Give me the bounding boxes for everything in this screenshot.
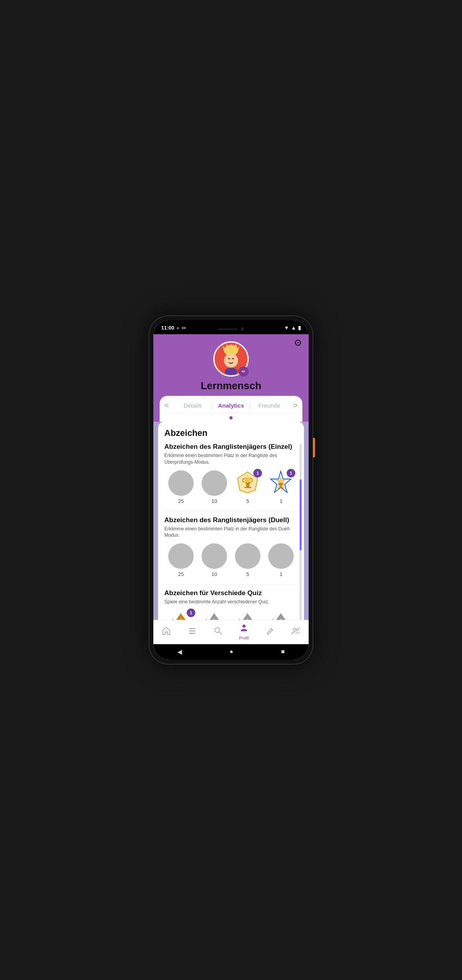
battery-icon: ▮	[298, 325, 301, 331]
badge-circle-d10	[202, 543, 227, 569]
svg-rect-35	[189, 630, 195, 632]
mountain-gray-2-icon	[235, 610, 260, 620]
badge-group-duell-desc: Erklimme einen bestimmten Platz in der R…	[164, 526, 298, 539]
badge-circle-1-star: 1	[268, 470, 294, 496]
badge-item: 10	[202, 470, 227, 504]
svg-point-42	[296, 628, 299, 631]
tabs-container: < Details Analytics Freunde >	[160, 396, 302, 422]
badge-group-quiz-title: Abzeichen für Verschiede Quiz	[164, 589, 298, 597]
badge-circle-10	[202, 470, 227, 496]
svg-rect-17	[278, 488, 284, 488]
tab-active-dot	[229, 416, 233, 419]
svg-rect-34	[189, 628, 195, 629]
header-area: ⚙	[153, 334, 309, 422]
sd-icon: ▭	[182, 325, 186, 330]
mountain-gray-1-container	[202, 610, 227, 620]
badge-circle-d5	[235, 543, 260, 569]
badge-count-5: 1	[253, 469, 262, 477]
svg-marker-20	[168, 619, 178, 620]
scroll-thumb[interactable]	[300, 479, 302, 550]
badges-row-einzel: 25 10	[164, 470, 298, 504]
svg-line-38	[219, 632, 222, 634]
badge-group-quiz: Abzeichen für Verschiede Quiz Spiele ein…	[164, 589, 298, 620]
nav-edit[interactable]	[257, 627, 283, 638]
badge-item	[235, 610, 260, 620]
scroll-track[interactable]	[300, 444, 302, 620]
nav-home[interactable]	[153, 627, 179, 638]
section-title: Abzeichen	[164, 428, 298, 438]
signal-icon: ▲	[291, 325, 296, 331]
tab-right-arrow[interactable]: >	[288, 401, 302, 410]
svg-rect-36	[189, 633, 195, 634]
badge-label-d1: 1	[280, 571, 282, 577]
svg-text:✦: ✦	[246, 474, 249, 477]
tab-details[interactable]: Details	[174, 401, 212, 410]
profile-icon	[240, 623, 248, 634]
badge-item	[202, 610, 227, 620]
svg-rect-11	[246, 484, 249, 487]
badge-label-1: 1	[280, 498, 282, 504]
badge-circle-d1	[268, 543, 294, 569]
badge-circle-5-trophy: ✦ 1	[235, 470, 260, 496]
badge-label-d10: 10	[211, 571, 217, 577]
svg-marker-32	[268, 619, 278, 620]
badge-group-einzel-title: Abzeichen des Ranglistenjägers (Einzel)	[164, 443, 298, 451]
tab-freunde[interactable]: Freunde	[250, 401, 288, 410]
svg-point-37	[215, 628, 220, 632]
nav-profile[interactable]: Profil	[231, 623, 257, 640]
main-scroll[interactable]: Abzeichen Abzeichen des Ranglistenjägers…	[153, 422, 309, 620]
avatar-container[interactable]: ✏	[213, 341, 249, 377]
nav-social[interactable]	[283, 627, 309, 638]
badge-item: 1	[168, 610, 194, 620]
android-recent[interactable]: ■	[281, 648, 285, 655]
edit-avatar-button[interactable]: ✏	[238, 366, 249, 377]
bottom-nav: Profil	[153, 620, 309, 644]
nav-search[interactable]	[205, 627, 231, 638]
svg-point-7	[224, 353, 238, 368]
badge-circle-25	[168, 470, 194, 496]
side-volume-button	[313, 438, 315, 457]
mountain-gold-container: 1	[168, 610, 194, 620]
svg-marker-24	[202, 619, 211, 620]
badge-group-quiz-desc: Spiele eine bestimmte Anzahl verschieden…	[164, 599, 298, 605]
wifi-icon: ▼	[284, 325, 289, 331]
android-back[interactable]: ◀	[177, 648, 182, 656]
badge-item: 25	[168, 470, 194, 504]
badge-label-10: 10	[211, 498, 217, 504]
badge-item: 5	[235, 543, 260, 577]
mountain-gray-1-icon	[202, 610, 227, 620]
status-bar: 11:00 ⬦ ▭ ▼ ▲ ▮	[153, 320, 309, 334]
social-icon	[291, 627, 300, 638]
badge-item: ✦ 1 5	[235, 470, 260, 504]
android-nav: ◀ ● ■	[153, 644, 309, 660]
svg-rect-16	[279, 486, 282, 488]
tab-analytics[interactable]: Analytics	[212, 401, 250, 410]
badge-label-5: 5	[246, 498, 249, 504]
edit-icon	[266, 627, 274, 638]
badge-label-d5: 5	[246, 571, 249, 577]
mountain-gray-3-container	[268, 610, 294, 620]
badge-count-1: 1	[287, 469, 295, 477]
badge-item: 1	[268, 543, 294, 577]
android-home[interactable]: ●	[229, 648, 233, 655]
settings-button[interactable]: ⚙	[294, 337, 302, 348]
home-icon	[162, 627, 171, 638]
badge-count-quiz-1: 1	[187, 608, 195, 617]
badges-row-quiz: 1	[164, 610, 298, 620]
tab-indicator	[160, 414, 302, 422]
badge-item: 1 1	[268, 470, 294, 504]
badge-label-d25: 25	[178, 571, 184, 577]
badge-item: 25	[168, 543, 194, 577]
badge-label-25: 25	[178, 498, 184, 504]
svg-marker-28	[235, 619, 244, 620]
badge-circle-d25	[168, 543, 194, 569]
badge-item: 10	[202, 543, 227, 577]
tab-left-arrow[interactable]: <	[160, 401, 174, 410]
badge-group-duell-title: Abzeichen des Ranglistenjägers (Duell)	[164, 516, 298, 524]
nav-list[interactable]	[179, 627, 205, 638]
svg-point-39	[242, 625, 246, 628]
camera-notch	[211, 326, 251, 333]
tabs-row: < Details Analytics Freunde >	[160, 396, 302, 414]
nav-profile-label: Profil	[239, 636, 249, 640]
speaker	[218, 328, 237, 330]
